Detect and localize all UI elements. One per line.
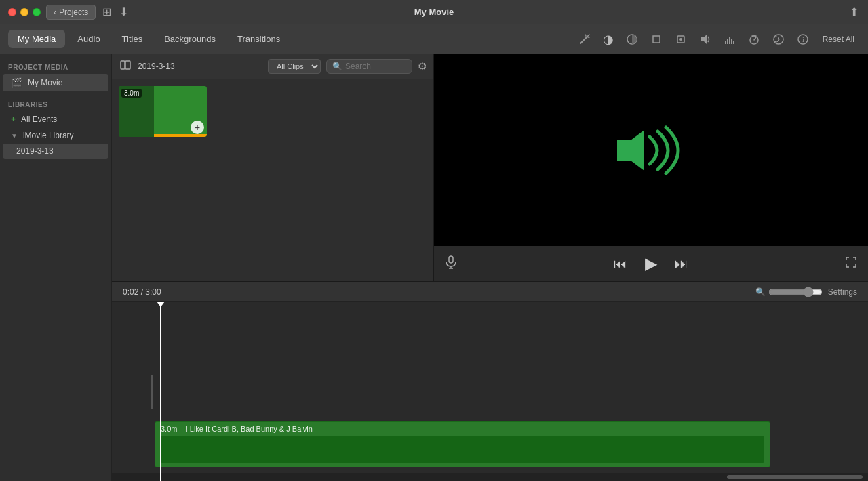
maximize-button[interactable] — [33, 8, 41, 16]
timeline-audio-track[interactable]: 3.0m – I Like It Cardi B, Bad Bunny & J … — [155, 421, 770, 467]
toolbar-tabs: My Media Audio Titles Backgrounds Transi… — [0, 30, 298, 48]
svg-marker-9 — [701, 35, 707, 44]
projects-label: Projects — [59, 7, 88, 17]
svg-line-1 — [587, 35, 589, 37]
skip-to-end-button[interactable]: ⏭ — [672, 253, 691, 274]
reset-all-button[interactable]: Reset All — [817, 32, 860, 47]
skip-to-start-button[interactable]: ⏮ — [611, 253, 630, 274]
color-balance-button[interactable]: ◑ — [599, 29, 618, 49]
all-clips-select[interactable]: All Clips — [268, 59, 321, 74]
timeline-zoom-slider: 🔍 — [755, 287, 823, 297]
svg-point-8 — [679, 38, 682, 41]
window-title: My Movie — [414, 7, 454, 17]
svg-marker-24 — [617, 130, 644, 171]
svg-rect-14 — [733, 41, 734, 44]
sidebar: PROJECT MEDIA 🎬 My Movie LIBRARIES + All… — [0, 54, 112, 481]
timeline-settings-button[interactable]: Settings — [828, 287, 857, 297]
timeline-area: 0:02 / 3:00 🔍 Settings 3.0m – — [112, 281, 868, 481]
search-icon: 🔍 — [332, 62, 342, 71]
timeline-scrollbar[interactable] — [727, 475, 863, 479]
title-bar-right: ⬆ — [848, 4, 860, 20]
clip-duration-badge: 3.0m — [121, 89, 142, 98]
svg-rect-12 — [729, 37, 730, 44]
svg-rect-13 — [731, 39, 732, 44]
noise-reduction-button[interactable] — [719, 30, 740, 48]
media-panel-date: 2019-3-13 — [138, 62, 175, 71]
sidebar-item-2019-3-13[interactable]: 2019-3-13 — [3, 144, 108, 159]
toolbar-right: ◑ — [566, 29, 868, 49]
playhead-triangle — [157, 302, 165, 307]
preview-controls: ⏮ ▶ ⏭ — [434, 246, 868, 281]
search-input[interactable] — [345, 62, 406, 71]
settings-gear-button[interactable]: ⚙ — [418, 60, 427, 72]
svg-point-18 — [774, 35, 783, 44]
share-icon: ⬆ — [850, 5, 859, 18]
film-icon: 🎬 — [11, 77, 22, 88]
svg-rect-22 — [121, 61, 125, 69]
media-panel: 2019-3-13 All Clips 🔍 ⚙ — [112, 54, 434, 281]
fullscreen-button[interactable] — [845, 256, 857, 272]
crop-button[interactable] — [646, 30, 667, 48]
volume-button[interactable] — [695, 30, 715, 48]
sidebar-item-all-events[interactable]: + All Events — [3, 111, 108, 127]
projects-button[interactable]: ‹ Projects — [46, 5, 96, 20]
sidebar-item-imovie-library[interactable]: ▼ iMovie Library — [3, 127, 108, 144]
stabilization-button[interactable] — [671, 30, 691, 48]
timeline-playhead — [160, 302, 161, 481]
search-box: 🔍 — [326, 59, 412, 74]
plus-icon: + — [11, 114, 16, 124]
svg-rect-10 — [725, 41, 726, 44]
tab-audio[interactable]: Audio — [68, 30, 109, 48]
timeline-time-display: 0:02 / 3:00 — [123, 287, 161, 297]
sidebar-item-my-movie[interactable]: 🎬 My Movie — [3, 74, 108, 91]
traffic-lights — [8, 8, 41, 16]
svg-point-19 — [774, 37, 779, 42]
project-media-title: PROJECT MEDIA — [0, 60, 111, 74]
clip-filter-button[interactable] — [768, 30, 789, 48]
play-button[interactable]: ▶ — [642, 251, 660, 276]
triangle-down-icon: ▼ — [11, 132, 18, 140]
clip-thumbnail: 3.0m + — [119, 86, 207, 137]
chevron-left-icon: ‹ — [54, 7, 56, 17]
svg-rect-11 — [727, 39, 728, 44]
speed-button[interactable] — [744, 30, 764, 48]
timeline-header: 0:02 / 3:00 🔍 Settings — [112, 282, 868, 302]
zoom-out-icon: 🔍 — [755, 287, 766, 297]
mic-button[interactable] — [445, 255, 457, 272]
media-panel-content: 3.0m + — [112, 79, 433, 281]
clip-add-button[interactable]: + — [191, 121, 204, 134]
clip-item[interactable]: 3.0m + — [119, 86, 207, 137]
tab-transitions[interactable]: Transitions — [228, 30, 290, 48]
tab-titles[interactable]: Titles — [113, 30, 153, 48]
zoom-slider[interactable] — [768, 287, 823, 297]
toolbar: My Media Audio Titles Backgrounds Transi… — [0, 24, 868, 54]
svg-rect-25 — [449, 256, 453, 263]
color-correction-button[interactable] — [622, 30, 642, 48]
svg-line-0 — [580, 37, 587, 43]
preview-panel: ⏮ ▶ ⏭ — [434, 54, 868, 281]
grid-view-button[interactable]: ⊞ — [101, 4, 113, 20]
magic-wand-button[interactable] — [574, 30, 595, 48]
close-button[interactable] — [8, 8, 16, 16]
svg-rect-23 — [125, 61, 130, 69]
share-button[interactable]: ⬆ — [848, 4, 860, 20]
preview-video — [434, 54, 868, 246]
tab-my-media[interactable]: My Media — [8, 30, 65, 48]
minimize-button[interactable] — [20, 8, 28, 16]
inspector-button[interactable]: i — [793, 30, 813, 48]
timeline-content[interactable]: 3.0m – I Like It Cardi B, Bad Bunny & J … — [112, 302, 868, 481]
tab-backgrounds[interactable]: Backgrounds — [155, 30, 225, 48]
arrow-down-button[interactable]: ⬇ — [118, 4, 130, 20]
svg-line-16 — [754, 37, 756, 40]
main-content: PROJECT MEDIA 🎬 My Movie LIBRARIES + All… — [0, 54, 868, 481]
audio-track-label: 3.0m – I Like It Cardi B, Bad Bunny & J … — [155, 422, 770, 436]
timeline-scroll-bar — [112, 473, 868, 481]
preview-controls-center: ⏮ ▶ ⏭ — [611, 251, 691, 276]
media-panel-header: 2019-3-13 All Clips 🔍 ⚙ — [112, 54, 433, 79]
title-bar: ‹ Projects ⊞ ⬇ My Movie ⬆ — [0, 0, 868, 24]
toggle-sidebar-button[interactable] — [119, 58, 132, 75]
clip-selection-bar — [154, 134, 207, 137]
audio-track-waveform — [161, 436, 764, 463]
svg-text:i: i — [802, 36, 804, 43]
svg-rect-6 — [653, 36, 660, 43]
